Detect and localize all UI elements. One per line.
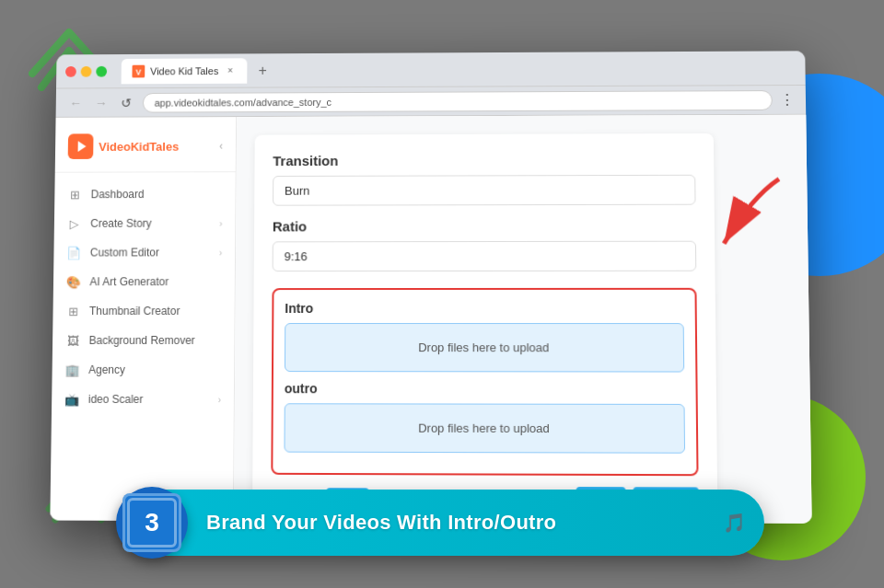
logo-text-video: Video [99, 140, 131, 154]
badge-target-ring [127, 498, 177, 548]
url-text: app.videokidtales.com/advance_story_c [155, 97, 332, 109]
ai-art-icon: 🎨 [66, 274, 81, 289]
sidebar-item-create-story[interactable]: ▷ Create Story › [54, 209, 236, 238]
sidebar-label-bg-remover: Background Remover [89, 334, 195, 347]
outro-drop-zone[interactable]: Drop files here to upload [284, 403, 685, 454]
sidebar-toggle-btn[interactable]: ‹ [219, 140, 223, 153]
sidebar-label-thumbnail: Thumbnail Creator [89, 305, 180, 317]
dashboard-icon: ⊞ [67, 187, 82, 202]
browser-tab-bar: V Video Kid Tales × + [56, 51, 806, 88]
ratio-input[interactable] [273, 241, 697, 271]
tab-favicon: V [132, 64, 145, 77]
bottom-banner: 3 Brand Your Videos With Intro/Outro 🎵 [120, 490, 764, 556]
browser-menu-btn[interactable]: ⋮ [780, 91, 795, 109]
logo-text-kidtales: KidTales [131, 139, 180, 153]
outro-section-title: outro [285, 381, 685, 397]
intro-drop-zone[interactable]: Drop files here to upload [285, 323, 684, 373]
app-layout: VideoKidTales ‹ ⊞ Dashboard ▷ Create Sto… [50, 115, 811, 524]
back-nav-btn[interactable]: ← [66, 96, 85, 110]
tab-label: Video Kid Tales [150, 65, 218, 76]
logo-text: VideoKidTales [99, 139, 179, 153]
sidebar-label-ai-art: AI Art Generator [89, 275, 169, 288]
banner-badge: 3 [116, 487, 188, 559]
sidebar-item-video-scaler[interactable]: 📺 ideo Scaler › [52, 385, 234, 414]
traffic-light-yellow[interactable] [81, 65, 92, 76]
sidebar-item-bg-remover[interactable]: 🖼 Background Remover [52, 326, 235, 355]
video-scaler-icon: 📺 [64, 392, 79, 407]
sidebar-label-video-scaler: ideo Scaler [88, 393, 144, 406]
url-bar[interactable]: app.videokidtales.com/advance_story_c [143, 90, 773, 112]
custom-editor-icon: 📄 [66, 246, 81, 260]
sidebar-label-dashboard: Dashboard [91, 188, 145, 201]
browser-window: V Video Kid Tales × + ← → ↺ app.videokid… [50, 51, 811, 523]
banner-music-icon: 🎵 [723, 512, 746, 534]
create-story-icon: ▷ [67, 216, 82, 231]
traffic-lights [65, 65, 107, 76]
traffic-light-red[interactable] [65, 66, 76, 77]
sidebar-item-ai-art[interactable]: 🎨 AI Art Generator [53, 267, 235, 296]
sidebar: VideoKidTales ‹ ⊞ Dashboard ▷ Create Sto… [50, 117, 237, 521]
intro-outro-box: Intro Drop files here to upload outro Dr… [271, 288, 698, 476]
browser-tab[interactable]: V Video Kid Tales × [122, 58, 248, 84]
refresh-nav-btn[interactable]: ↺ [117, 95, 135, 110]
agency-icon: 🏢 [64, 363, 79, 377]
forward-nav-btn[interactable]: → [92, 96, 110, 110]
ratio-label: Ratio [273, 218, 696, 235]
banner-text: Brand Your Videos With Intro/Outro [188, 511, 723, 535]
sidebar-label-create-story: Create Story [90, 217, 152, 230]
tab-close-btn[interactable]: × [224, 64, 237, 77]
sidebar-item-custom-editor[interactable]: 📄 Custom Editor › [53, 237, 235, 267]
outro-drop-text: Drop files here to upload [418, 421, 550, 435]
traffic-light-green[interactable] [96, 65, 107, 76]
sidebar-logo: VideoKidTales ‹ [55, 128, 236, 173]
new-tab-button[interactable]: + [259, 63, 267, 79]
intro-drop-text: Drop files here to upload [418, 340, 549, 354]
sidebar-item-agency[interactable]: 🏢 Agency [52, 355, 234, 385]
transition-label: Transition [273, 152, 695, 168]
sidebar-item-dashboard[interactable]: ⊞ Dashboard [54, 179, 235, 209]
bg-remover-icon: 🖼 [65, 333, 80, 348]
thumbnail-icon: ⊞ [65, 304, 80, 318]
form-panel: Transition Ratio Intro Drop files here t… [252, 133, 718, 524]
svg-text:V: V [135, 67, 141, 76]
create-story-arrow: › [219, 218, 222, 228]
intro-section-title: Intro [285, 301, 683, 316]
main-content: Transition Ratio Intro Drop files here t… [234, 115, 812, 524]
transition-input[interactable] [273, 175, 696, 206]
sidebar-label-custom-editor: Custom Editor [90, 246, 159, 259]
logo-icon [68, 133, 94, 159]
sidebar-label-agency: Agency [88, 363, 125, 376]
custom-editor-arrow: › [219, 248, 222, 258]
sidebar-item-thumbnail[interactable]: ⊞ Thumbnail Creator [52, 296, 234, 326]
url-bar-row: ← → ↺ app.videokidtales.com/advance_stor… [56, 86, 807, 118]
banner-badge-inner: 3 [122, 493, 181, 552]
video-scaler-arrow: › [218, 395, 221, 405]
